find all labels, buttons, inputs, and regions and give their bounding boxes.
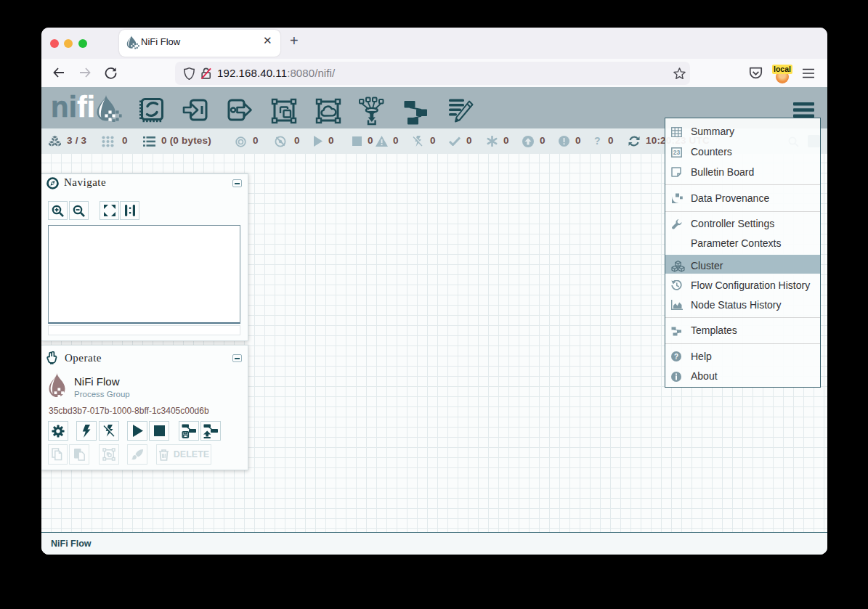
svg-text:?: ? (674, 353, 678, 361)
svg-text:23: 23 (673, 149, 681, 156)
